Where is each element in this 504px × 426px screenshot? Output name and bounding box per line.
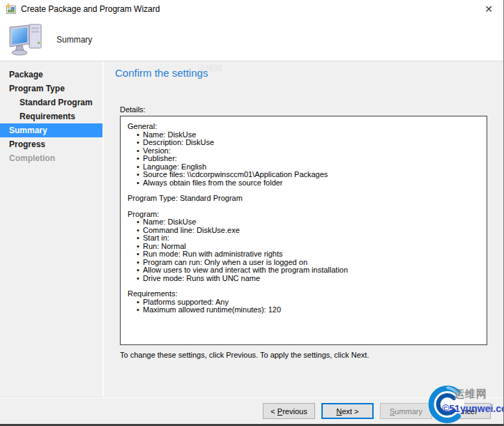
bullet-item: Maximum allowed runtime(minutes): 120: [137, 306, 482, 314]
next-button[interactable]: Next >: [321, 403, 374, 419]
bullet-item: Version:: [137, 147, 482, 155]
previous-label-post: revious: [282, 407, 307, 416]
wizard-header: Summary: [0, 18, 503, 61]
sidebar-item-requirements[interactable]: Requirements: [0, 109, 102, 123]
section-bullet-list: Name: DiskUseDescription: DiskUseVersion…: [128, 131, 482, 188]
wizard-window: Create Package and Program Wizard ✕: [0, 0, 504, 426]
content-pane: 运维网 Confirm the settings Details: Genera…: [104, 61, 503, 397]
previous-button[interactable]: < Previous: [263, 403, 315, 419]
details-label: Details:: [120, 105, 487, 114]
bullet-item: Publisher:: [137, 155, 482, 163]
bullet-item: Run mode: Run with administrative rights: [137, 250, 482, 259]
button-bar: < Previous Next > Summary Cancel: [0, 397, 503, 424]
wizard-steps-nav: PackageProgram TypeStandard ProgramRequi…: [0, 61, 102, 397]
bullet-item: Command line: DiskUse.exe: [137, 227, 482, 235]
footnote-text: To change these settings, click Previous…: [120, 351, 503, 359]
bullet-item: Source files: \\cdcorpwinsccm01\Applicat…: [137, 171, 482, 179]
page-heading: Confirm the settings: [115, 67, 503, 79]
window-title: Create Package and Program Wizard: [21, 4, 160, 14]
details-section: General:Name: DiskUseDescription: DiskUs…: [128, 123, 482, 187]
bullet-item: Always obtain files from the source fold…: [137, 179, 482, 188]
bullet-item: Drive mode: Runs with UNC name: [137, 275, 482, 283]
section-bullet-list: Platforms supported: AnyMaximum allowed …: [128, 298, 482, 314]
summary-button: Summary: [380, 403, 432, 419]
details-summary-box[interactable]: General:Name: DiskUseDescription: DiskUs…: [120, 116, 487, 345]
cancel-label-post: Cancel: [452, 407, 476, 416]
close-icon[interactable]: ✕: [474, 0, 503, 18]
details-section: Program Type: Standard Program: [128, 195, 482, 203]
section-title: General:: [128, 123, 482, 131]
sidebar-item-summary[interactable]: Summary: [0, 123, 102, 137]
next-label-post: ext >: [342, 407, 358, 416]
details-section: Requirements:Platforms supported: AnyMax…: [128, 290, 482, 314]
sidebar-item-package[interactable]: Package: [0, 68, 102, 82]
section-title: Program Type: Standard Program: [128, 195, 482, 203]
sidebar-item-completion: Completion: [0, 151, 102, 165]
computer-icon: [8, 23, 45, 56]
titlebar: Create Package and Program Wizard ✕: [0, 0, 503, 18]
previous-label-pre: <: [270, 407, 277, 416]
bullet-item: Description: DiskUse: [137, 139, 482, 147]
wizard-app-icon: [6, 3, 17, 15]
bullet-item: Name: DiskUse: [137, 218, 482, 227]
sidebar-item-standard-program[interactable]: Standard Program: [0, 96, 102, 109]
wizard-step-title: Summary: [56, 35, 92, 45]
section-title: Requirements:: [128, 290, 482, 298]
details-section: Program:Name: DiskUseCommand line: DiskU…: [128, 211, 482, 283]
section-bullet-list: Name: DiskUseCommand line: DiskUse.exeSt…: [128, 218, 482, 282]
wizard-body: PackageProgram TypeStandard ProgramRequi…: [0, 61, 503, 397]
bullet-item: Start in:: [137, 234, 482, 243]
summary-label-post: ummary: [395, 407, 422, 416]
sidebar-item-progress[interactable]: Progress: [0, 137, 102, 151]
cancel-button[interactable]: Cancel: [438, 403, 491, 419]
bullet-item: Allow users to view and interact with th…: [137, 266, 482, 275]
sidebar-item-program-type[interactable]: Program Type: [0, 82, 102, 96]
